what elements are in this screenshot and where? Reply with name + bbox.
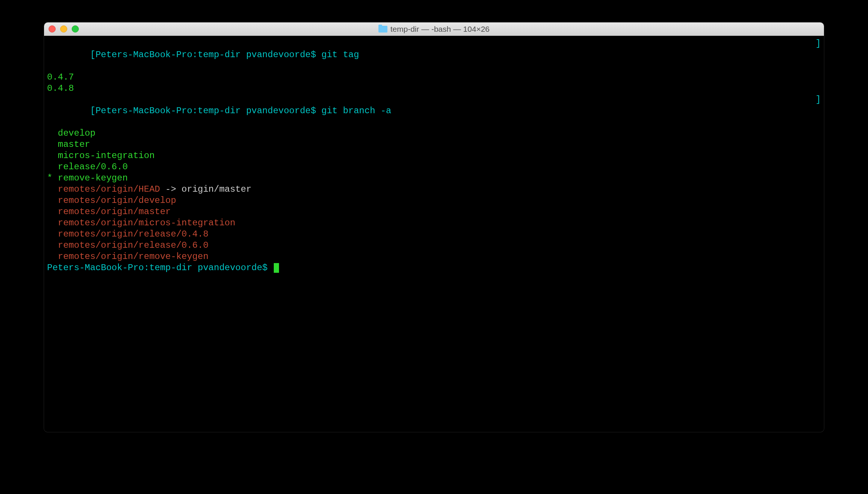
title-bar[interactable]: temp-dir — -bash — 104×26 — [44, 22, 824, 36]
branch-current: * remove-keygen — [47, 173, 821, 184]
maximize-button[interactable] — [72, 25, 79, 33]
traffic-lights — [49, 25, 79, 33]
terminal-body[interactable]: [Peters-MacBook-Pro:temp-dir pvandevoord… — [44, 36, 824, 432]
active-prompt[interactable]: Peters-MacBook-Pro:temp-dir pvandevoorde… — [47, 262, 821, 274]
branch-remote: remotes/origin/develop — [47, 195, 821, 206]
minimize-button[interactable] — [60, 25, 67, 33]
folder-icon — [378, 26, 387, 33]
bracket-close: ] — [816, 94, 821, 128]
branch-local: master — [47, 139, 821, 150]
tag-output: 0.4.8 — [47, 83, 821, 94]
close-button[interactable] — [49, 25, 56, 33]
tag-output: 0.4.7 — [47, 72, 821, 83]
branch-local: micros-integration — [47, 150, 821, 161]
branch-remote: remotes/origin/remove-keygen — [47, 251, 821, 262]
cursor — [274, 263, 279, 273]
command-line: [Peters-MacBook-Pro:temp-dir pvandevoord… — [47, 38, 821, 72]
branch-remote: remotes/origin/release/0.4.8 — [47, 229, 821, 240]
terminal-window: temp-dir — -bash — 104×26 [Peters-MacBoo… — [44, 22, 824, 432]
bracket-open: [ — [90, 106, 95, 116]
branch-remote: remotes/origin/master — [47, 206, 821, 217]
window-title: temp-dir — -bash — 104×26 — [390, 25, 490, 34]
shell-prompt: Peters-MacBook-Pro:temp-dir pvandevoorde… — [47, 263, 273, 273]
command-text: git branch -a — [322, 106, 391, 116]
branch-local: develop — [47, 128, 821, 139]
branch-head-ref: remotes/origin/HEAD -> origin/master — [47, 184, 821, 195]
command-line: [Peters-MacBook-Pro:temp-dir pvandevoord… — [47, 94, 821, 128]
window-title-group: temp-dir — -bash — 104×26 — [378, 25, 490, 34]
command-text: git tag — [322, 50, 359, 60]
bracket-close: ] — [816, 38, 821, 72]
branch-local: release/0.6.0 — [47, 161, 821, 173]
shell-prompt: Peters-MacBook-Pro:temp-dir pvandevoorde… — [96, 106, 322, 116]
shell-prompt: Peters-MacBook-Pro:temp-dir pvandevoorde… — [96, 50, 322, 60]
branch-remote: remotes/origin/release/0.6.0 — [47, 240, 821, 251]
branch-remote: remotes/origin/micros-integration — [47, 217, 821, 229]
bracket-open: [ — [90, 50, 95, 60]
